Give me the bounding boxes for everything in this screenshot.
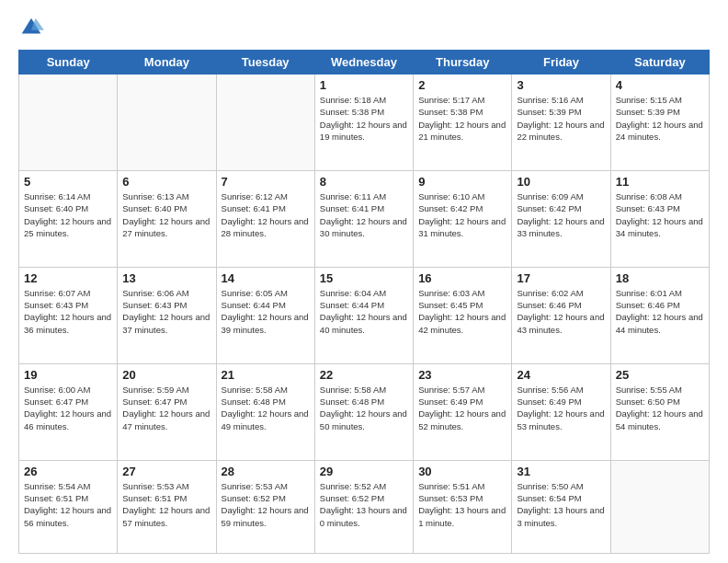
cell-info: Sunrise: 5:59 AM Sunset: 6:47 PM Dayligh… — [122, 384, 210, 432]
calendar-table: SundayMondayTuesdayWednesdayThursdayFrid… — [18, 50, 710, 554]
cell-day-number: 31 — [517, 465, 605, 478]
calendar-cell: 14Sunrise: 6:05 AM Sunset: 6:44 PM Dayli… — [216, 267, 314, 363]
calendar-cell — [118, 75, 216, 171]
cell-day-number: 13 — [122, 271, 210, 285]
calendar-cell: 7Sunrise: 6:12 AM Sunset: 6:41 PM Daylig… — [216, 170, 314, 267]
cell-day-number: 16 — [418, 271, 506, 285]
calendar-cell — [610, 460, 709, 553]
cell-day-number: 14 — [222, 271, 310, 285]
cell-day-number: 30 — [418, 465, 506, 478]
calendar-cell: 4Sunrise: 5:15 AM Sunset: 5:39 PM Daylig… — [610, 75, 709, 171]
cell-info: Sunrise: 6:00 AM Sunset: 6:47 PM Dayligh… — [24, 384, 112, 432]
calendar-cell — [216, 75, 314, 171]
calendar-week-4: 19Sunrise: 6:00 AM Sunset: 6:47 PM Dayli… — [19, 363, 710, 460]
cell-info: Sunrise: 6:02 AM Sunset: 6:46 PM Dayligh… — [517, 287, 605, 336]
cell-info: Sunrise: 5:16 AM Sunset: 5:39 PM Dayligh… — [517, 94, 605, 143]
calendar-cell: 15Sunrise: 6:04 AM Sunset: 6:44 PM Dayli… — [314, 267, 413, 363]
calendar-cell: 20Sunrise: 5:59 AM Sunset: 6:47 PM Dayli… — [118, 363, 216, 460]
cell-info: Sunrise: 6:12 AM Sunset: 6:41 PM Dayligh… — [222, 190, 310, 239]
logo — [18, 15, 48, 40]
cell-day-number: 25 — [616, 368, 704, 382]
calendar-cell: 10Sunrise: 6:09 AM Sunset: 6:42 PM Dayli… — [512, 170, 610, 267]
cell-day-number: 24 — [517, 368, 605, 382]
cell-info: Sunrise: 6:04 AM Sunset: 6:44 PM Dayligh… — [320, 287, 408, 336]
cell-day-number: 26 — [24, 465, 112, 478]
weekday-thursday: Thursday — [414, 51, 512, 75]
calendar-week-2: 5Sunrise: 6:14 AM Sunset: 6:40 PM Daylig… — [19, 170, 710, 267]
cell-day-number: 10 — [517, 175, 605, 189]
page: SundayMondayTuesdayWednesdayThursdayFrid… — [0, 0, 728, 563]
cell-day-number: 5 — [24, 175, 112, 189]
calendar-week-5: 26Sunrise: 5:54 AM Sunset: 6:51 PM Dayli… — [19, 460, 710, 553]
calendar-cell — [19, 75, 118, 171]
cell-info: Sunrise: 5:55 AM Sunset: 6:50 PM Dayligh… — [616, 384, 704, 432]
calendar-cell: 13Sunrise: 6:06 AM Sunset: 6:43 PM Dayli… — [118, 267, 216, 363]
calendar-cell: 12Sunrise: 6:07 AM Sunset: 6:43 PM Dayli… — [19, 267, 118, 363]
cell-day-number: 22 — [320, 368, 408, 382]
calendar-cell: 5Sunrise: 6:14 AM Sunset: 6:40 PM Daylig… — [19, 170, 118, 267]
cell-info: Sunrise: 5:54 AM Sunset: 6:51 PM Dayligh… — [24, 480, 112, 529]
weekday-sunday: Sunday — [19, 51, 118, 75]
cell-info: Sunrise: 5:53 AM Sunset: 6:51 PM Dayligh… — [122, 480, 210, 529]
calendar-cell: 3Sunrise: 5:16 AM Sunset: 5:39 PM Daylig… — [512, 75, 610, 171]
cell-info: Sunrise: 6:03 AM Sunset: 6:45 PM Dayligh… — [418, 287, 506, 336]
cell-day-number: 11 — [616, 175, 704, 189]
cell-info: Sunrise: 5:50 AM Sunset: 6:54 PM Dayligh… — [517, 480, 605, 529]
cell-day-number: 4 — [616, 78, 704, 92]
cell-info: Sunrise: 5:57 AM Sunset: 6:49 PM Dayligh… — [418, 384, 506, 432]
calendar-cell: 17Sunrise: 6:02 AM Sunset: 6:46 PM Dayli… — [512, 267, 610, 363]
cell-day-number: 6 — [122, 175, 210, 189]
cell-day-number: 18 — [616, 271, 704, 285]
cell-day-number: 20 — [122, 368, 210, 382]
cell-day-number: 9 — [418, 175, 506, 189]
calendar-cell: 22Sunrise: 5:58 AM Sunset: 6:48 PM Dayli… — [314, 363, 413, 460]
cell-day-number: 17 — [517, 271, 605, 285]
calendar-week-3: 12Sunrise: 6:07 AM Sunset: 6:43 PM Dayli… — [19, 267, 710, 363]
calendar-cell: 2Sunrise: 5:17 AM Sunset: 5:38 PM Daylig… — [414, 75, 512, 171]
calendar-cell: 23Sunrise: 5:57 AM Sunset: 6:49 PM Dayli… — [414, 363, 512, 460]
cell-info: Sunrise: 6:11 AM Sunset: 6:41 PM Dayligh… — [320, 190, 408, 239]
logo-icon — [18, 15, 44, 40]
calendar-cell: 29Sunrise: 5:52 AM Sunset: 6:52 PM Dayli… — [314, 460, 413, 553]
cell-info: Sunrise: 5:58 AM Sunset: 6:48 PM Dayligh… — [222, 384, 310, 432]
weekday-tuesday: Tuesday — [216, 51, 314, 75]
cell-info: Sunrise: 5:15 AM Sunset: 5:39 PM Dayligh… — [616, 94, 704, 143]
cell-day-number: 21 — [222, 368, 310, 382]
cell-info: Sunrise: 6:10 AM Sunset: 6:42 PM Dayligh… — [418, 190, 506, 239]
calendar-cell: 27Sunrise: 5:53 AM Sunset: 6:51 PM Dayli… — [118, 460, 216, 553]
calendar-cell: 25Sunrise: 5:55 AM Sunset: 6:50 PM Dayli… — [610, 363, 709, 460]
cell-day-number: 15 — [320, 271, 408, 285]
cell-day-number: 28 — [222, 465, 310, 478]
calendar-cell: 8Sunrise: 6:11 AM Sunset: 6:41 PM Daylig… — [314, 170, 413, 267]
cell-info: Sunrise: 6:14 AM Sunset: 6:40 PM Dayligh… — [24, 190, 112, 239]
cell-day-number: 29 — [320, 465, 408, 478]
cell-day-number: 7 — [222, 175, 310, 189]
weekday-friday: Friday — [512, 51, 610, 75]
weekday-monday: Monday — [118, 51, 216, 75]
cell-info: Sunrise: 5:18 AM Sunset: 5:38 PM Dayligh… — [320, 94, 408, 143]
calendar-cell: 18Sunrise: 6:01 AM Sunset: 6:46 PM Dayli… — [610, 267, 709, 363]
cell-info: Sunrise: 6:09 AM Sunset: 6:42 PM Dayligh… — [517, 190, 605, 239]
calendar-cell: 1Sunrise: 5:18 AM Sunset: 5:38 PM Daylig… — [314, 75, 413, 171]
cell-info: Sunrise: 5:58 AM Sunset: 6:48 PM Dayligh… — [320, 384, 408, 432]
calendar-cell: 30Sunrise: 5:51 AM Sunset: 6:53 PM Dayli… — [414, 460, 512, 553]
cell-info: Sunrise: 6:01 AM Sunset: 6:46 PM Dayligh… — [616, 287, 704, 336]
cell-day-number: 27 — [122, 465, 210, 478]
calendar-cell: 16Sunrise: 6:03 AM Sunset: 6:45 PM Dayli… — [414, 267, 512, 363]
cell-day-number: 23 — [418, 368, 506, 382]
cell-info: Sunrise: 6:06 AM Sunset: 6:43 PM Dayligh… — [122, 287, 210, 336]
cell-info: Sunrise: 5:53 AM Sunset: 6:52 PM Dayligh… — [222, 480, 310, 529]
cell-day-number: 19 — [24, 368, 112, 382]
weekday-header-row: SundayMondayTuesdayWednesdayThursdayFrid… — [19, 51, 710, 75]
cell-info: Sunrise: 5:17 AM Sunset: 5:38 PM Dayligh… — [418, 94, 506, 143]
calendar-cell: 21Sunrise: 5:58 AM Sunset: 6:48 PM Dayli… — [216, 363, 314, 460]
cell-info: Sunrise: 6:13 AM Sunset: 6:40 PM Dayligh… — [122, 190, 210, 239]
cell-info: Sunrise: 5:56 AM Sunset: 6:49 PM Dayligh… — [517, 384, 605, 432]
weekday-wednesday: Wednesday — [314, 51, 413, 75]
calendar-cell: 28Sunrise: 5:53 AM Sunset: 6:52 PM Dayli… — [216, 460, 314, 553]
cell-info: Sunrise: 5:51 AM Sunset: 6:53 PM Dayligh… — [418, 480, 506, 529]
cell-day-number: 8 — [320, 175, 408, 189]
cell-info: Sunrise: 6:08 AM Sunset: 6:43 PM Dayligh… — [616, 190, 704, 239]
calendar-cell: 6Sunrise: 6:13 AM Sunset: 6:40 PM Daylig… — [118, 170, 216, 267]
calendar-cell: 19Sunrise: 6:00 AM Sunset: 6:47 PM Dayli… — [19, 363, 118, 460]
